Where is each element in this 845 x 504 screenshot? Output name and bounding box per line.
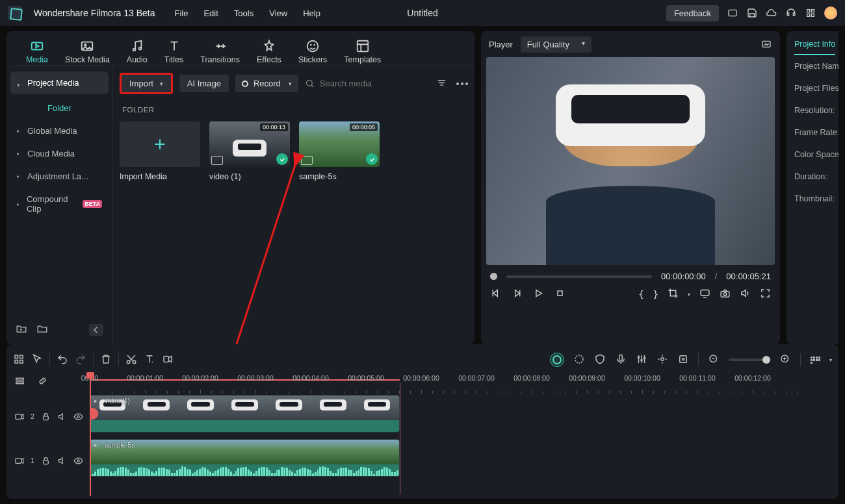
menu-tools[interactable]: Tools (234, 8, 254, 18)
apps-icon[interactable] (805, 7, 816, 19)
more-icon[interactable] (456, 82, 468, 85)
import-media-tile[interactable]: Import Media (120, 121, 200, 181)
mark-in-icon[interactable]: { (638, 289, 644, 299)
mark-out-icon[interactable]: } (653, 289, 658, 299)
speed-icon[interactable] (162, 353, 174, 367)
prev-frame-icon[interactable] (490, 288, 501, 301)
lock-icon[interactable] (41, 456, 51, 466)
play-back-icon[interactable] (512, 288, 523, 301)
eye-icon[interactable] (73, 456, 83, 466)
chevron-down-icon[interactable]: ▾ (829, 357, 832, 363)
progress-bar[interactable] (506, 275, 652, 278)
tab-audio[interactable]: Audio (127, 39, 148, 66)
svg-rect-40 (20, 355, 23, 359)
link-icon[interactable] (37, 375, 48, 388)
timeline-clip-sample5s[interactable]: ▸ sample-5s (90, 439, 400, 477)
menu-help[interactable]: Help (303, 8, 320, 18)
tab-templates[interactable]: Templates (344, 39, 381, 66)
stop-icon[interactable] (554, 288, 566, 301)
effects-icon (262, 39, 276, 53)
beta-badge: BETA (83, 200, 102, 208)
ai-image-button[interactable]: AI Image (179, 75, 229, 92)
tab-stock[interactable]: Stock Media (65, 39, 110, 66)
tab-media[interactable]: Media (26, 39, 48, 66)
camera-icon[interactable] (720, 288, 731, 301)
feedback-button[interactable]: Feedback (666, 5, 719, 21)
svg-point-49 (575, 355, 583, 363)
mute-icon[interactable] (57, 412, 67, 422)
menu-view[interactable]: View (269, 8, 287, 18)
cut-icon[interactable] (125, 353, 137, 367)
media-clip-video1[interactable]: 00:00:13 video (1) (209, 121, 290, 181)
zoom-out-icon[interactable] (708, 353, 720, 367)
search-media[interactable] (305, 79, 430, 88)
quality-select[interactable]: Full Quality (521, 36, 592, 53)
svg-marker-79 (59, 458, 63, 464)
chromakey-icon[interactable] (656, 353, 668, 367)
marker-icon[interactable] (677, 353, 689, 367)
templates-icon (356, 39, 370, 53)
crop-icon[interactable] (668, 288, 679, 301)
mic-icon[interactable] (615, 353, 627, 367)
collapse-icon[interactable] (89, 324, 103, 336)
zoom-slider[interactable] (729, 359, 770, 361)
chevron-down-icon[interactable]: ▾ (688, 292, 690, 297)
import-button[interactable]: Import ▾ (120, 73, 173, 94)
timeline-ruler[interactable]: 00:0000:00:01:0000:00:02:0000:00:03:0000… (90, 374, 832, 394)
track-add-icon[interactable] (14, 375, 25, 388)
view-grid-icon[interactable] (810, 356, 820, 364)
playhead[interactable] (90, 373, 91, 496)
media-content: Import ▾ AI Image Record ▾ (113, 66, 474, 344)
filter-icon[interactable] (436, 77, 447, 90)
media-clip-sample5s[interactable]: 00:00:05 sample-5s (299, 121, 380, 181)
tab-effects[interactable]: Effects (257, 39, 281, 66)
color-icon[interactable] (573, 353, 585, 367)
snapshot-icon[interactable] (760, 38, 772, 50)
track-2-lane[interactable]: ▸ video (1) (90, 395, 832, 438)
layout-icon[interactable] (727, 7, 738, 19)
track-1-lane[interactable]: ▸ sample-5s (90, 439, 832, 482)
lock-icon[interactable] (41, 412, 51, 422)
tab-titles[interactable]: Titles (164, 39, 183, 66)
save-icon[interactable] (746, 7, 758, 19)
menu-edit[interactable]: Edit (203, 8, 218, 18)
shield-icon[interactable] (594, 353, 606, 367)
support-icon[interactable] (785, 7, 797, 19)
ai-badge-icon[interactable] (550, 353, 564, 367)
sidebar-global-media[interactable]: ▸Global Media (10, 120, 109, 142)
preview-viewport[interactable] (486, 57, 775, 265)
text-icon[interactable] (144, 353, 155, 367)
chevron-down-icon[interactable]: ▾ (17, 82, 20, 88)
menu-file[interactable]: File (175, 8, 188, 18)
fullscreen-icon[interactable] (760, 288, 771, 301)
mute-icon[interactable] (57, 456, 67, 466)
folder-icon[interactable] (36, 323, 48, 336)
delete-icon[interactable] (100, 353, 112, 367)
grid-icon[interactable] (13, 353, 25, 367)
eye-icon[interactable] (73, 412, 83, 422)
new-folder-icon[interactable] (16, 323, 27, 336)
cloud-icon[interactable] (766, 7, 777, 19)
sidebar-adjustment-layer[interactable]: ▸Adjustment La... (10, 165, 109, 188)
volume-icon[interactable] (740, 288, 751, 301)
play-icon[interactable] (533, 288, 544, 301)
redo-icon[interactable] (75, 353, 86, 367)
search-input[interactable] (320, 79, 411, 88)
sidebar-compound-clip[interactable]: ▸Compound ClipBETA (10, 188, 109, 220)
zoom-in-icon[interactable] (779, 353, 791, 367)
tab-stickers[interactable]: Stickers (298, 39, 327, 66)
project-info-tab[interactable]: Project Info (794, 40, 835, 55)
timeline-clip-video1[interactable]: ▸ video (1) (90, 395, 400, 433)
project-media-header[interactable]: Project Media (10, 71, 109, 94)
cursor-icon[interactable] (31, 353, 43, 367)
track-number: 1 (31, 457, 34, 464)
undo-icon[interactable] (57, 353, 68, 367)
progress-thumb[interactable] (490, 273, 497, 280)
record-button[interactable]: Record ▾ (235, 75, 298, 92)
tab-transitions[interactable]: Transitions (200, 39, 240, 66)
user-avatar[interactable] (824, 6, 837, 19)
sidebar-cloud-media[interactable]: ▸Cloud Media (10, 142, 109, 165)
monitor-icon[interactable] (699, 288, 710, 301)
mixer-icon[interactable] (636, 353, 647, 367)
sidebar-item-label: Global Media (27, 126, 77, 136)
